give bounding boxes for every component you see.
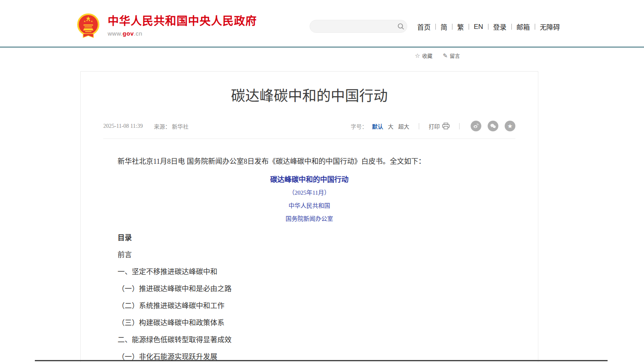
article-actions: ☆ 收藏 ✎ 留言 bbox=[415, 52, 460, 59]
meta-separator bbox=[459, 123, 460, 129]
print-label: 打印 bbox=[429, 122, 440, 130]
favorite-button[interactable]: ☆ 收藏 bbox=[415, 52, 432, 59]
share-weibo-button[interactable] bbox=[471, 121, 481, 131]
whitepaper-org-line1: 中华人民共和国 bbox=[103, 201, 515, 210]
article-source: 来源： 新华社 bbox=[154, 122, 189, 130]
site-logo[interactable]: 中华人民共和国中央人民政府 www.gov.cn bbox=[75, 13, 257, 40]
nav-english[interactable]: EN bbox=[469, 23, 488, 31]
wechat-icon bbox=[490, 123, 496, 129]
meta-left: 2025-11-08 11:39 来源： 新华社 bbox=[103, 122, 188, 130]
article-title: 碳达峰碳中和的中国行动 bbox=[103, 88, 515, 104]
search-box bbox=[310, 20, 407, 33]
nav-simplified[interactable]: 简 bbox=[436, 22, 452, 32]
header-divider bbox=[0, 47, 644, 47]
meta-separator bbox=[419, 123, 419, 129]
toc-item-1: 一、坚定不移推进碳达峰碳中和 bbox=[103, 267, 515, 276]
top-nav: 首页 简 繁 EN 登录 邮箱 无障碍 bbox=[412, 22, 565, 32]
favorite-label: 收藏 bbox=[422, 52, 432, 59]
toc-item-preface: 前言 bbox=[103, 250, 515, 259]
site-url: www.gov.cn bbox=[108, 30, 257, 37]
share-qzone-button[interactable]: ★ bbox=[505, 121, 515, 131]
toc-heading: 目录 bbox=[103, 233, 515, 242]
site-header: 中华人民共和国中央人民政府 www.gov.cn 首页 简 繁 EN 登录 邮箱… bbox=[0, 0, 644, 47]
star-outline-icon: ☆ bbox=[415, 52, 420, 59]
font-size-label: 字号： bbox=[351, 122, 367, 130]
whitepaper-title: 碳达峰碳中和的中国行动 bbox=[103, 175, 515, 184]
nav-mail[interactable]: 邮箱 bbox=[512, 22, 535, 32]
national-emblem-icon bbox=[75, 13, 101, 40]
whitepaper-org-line2: 国务院新闻办公室 bbox=[103, 214, 515, 223]
nav-login[interactable]: 登录 bbox=[488, 22, 511, 32]
whitepaper-date: （2025年11月） bbox=[103, 188, 515, 197]
article-body: 新华社北京11月8日电 国务院新闻办公室8日发布《碳达峰碳中和的中国行动》白皮书… bbox=[103, 157, 515, 361]
font-size-xlarge[interactable]: 超大 bbox=[398, 122, 409, 130]
toc-item-1-1: （一）推进碳达峰碳中和是必由之路 bbox=[103, 284, 515, 293]
font-size-default[interactable]: 默认 bbox=[372, 122, 383, 130]
share-wechat-button[interactable] bbox=[488, 121, 498, 131]
message-label: 留言 bbox=[450, 52, 460, 59]
toc-item-2: 二、能源绿色低碳转型取得显著成效 bbox=[103, 335, 515, 344]
article-date: 2025-11-08 11:39 bbox=[103, 123, 143, 129]
article-panel: 碳达峰碳中和的中国行动 2025-11-08 11:39 来源： 新华社 字号：… bbox=[80, 71, 538, 362]
gov-cn-article-page: { "header": { "site_title": "中华人民共和国中央人民… bbox=[0, 0, 644, 362]
weibo-icon bbox=[473, 123, 479, 129]
search-icon[interactable] bbox=[395, 20, 407, 32]
footer-divider bbox=[35, 360, 608, 361]
printer-icon bbox=[442, 123, 450, 129]
star-share-icon: ★ bbox=[507, 123, 513, 129]
site-title-block: 中华人民共和国中央人民政府 www.gov.cn bbox=[108, 13, 257, 37]
meta-right: 字号： 默认 大 超大 打印 bbox=[351, 121, 515, 131]
search-input[interactable] bbox=[310, 20, 395, 32]
pencil-icon: ✎ bbox=[443, 52, 448, 59]
print-button[interactable]: 打印 bbox=[429, 122, 450, 130]
nav-home[interactable]: 首页 bbox=[412, 22, 435, 32]
nav-traditional[interactable]: 繁 bbox=[452, 22, 469, 32]
toc-item-1-3: （三）构建碳达峰碳中和政策体系 bbox=[103, 318, 515, 327]
toc-item-1-2: （二）系统推进碳达峰碳中和工作 bbox=[103, 301, 515, 310]
nav-accessibility[interactable]: 无障碍 bbox=[535, 22, 565, 32]
article-meta: 2025-11-08 11:39 来源： 新华社 字号： 默认 大 超大 打印 bbox=[103, 121, 515, 139]
font-size-large[interactable]: 大 bbox=[388, 122, 393, 130]
intro-paragraph: 新华社北京11月8日电 国务院新闻办公室8日发布《碳达峰碳中和的中国行动》白皮书… bbox=[103, 157, 515, 166]
message-button[interactable]: ✎ 留言 bbox=[443, 52, 460, 59]
site-title: 中华人民共和国中央人民政府 bbox=[108, 15, 257, 28]
